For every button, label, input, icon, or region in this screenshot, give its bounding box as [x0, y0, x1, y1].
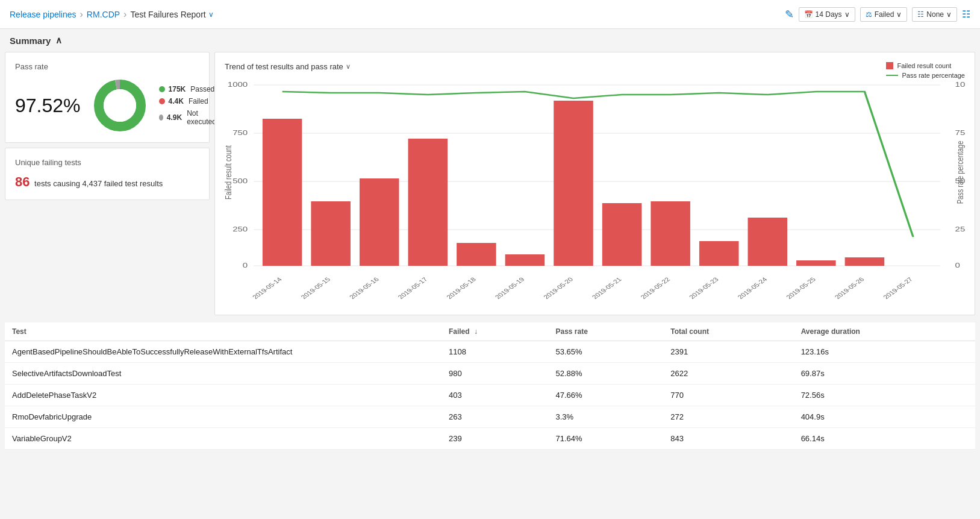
- svg-text:2019-05-17: 2019-05-17: [396, 276, 429, 300]
- bar-12: [845, 257, 885, 266]
- top-right-controls: ✎ 📅 14 Days ∨ ⚖ Failed ∨ ☷ None ∨ ☷: [785, 7, 970, 22]
- cell-total: 272: [663, 406, 793, 428]
- outcome-chevron-icon: ∨: [896, 10, 902, 19]
- failed-dot: [159, 98, 165, 104]
- summary-collapse-icon: ∧: [55, 35, 62, 46]
- table-row[interactable]: SelectiveArtifactsDownloadTest 980 52.88…: [5, 363, 975, 385]
- sort-icon: ↓: [474, 327, 478, 336]
- failed-rect: [886, 62, 893, 69]
- legend-failed: 4.4K Failed: [159, 97, 218, 105]
- data-table: Test Failed ↓ Pass rate Total count Aver…: [5, 322, 975, 450]
- bar-9: [699, 241, 739, 266]
- unique-failing-panel: Unique failing tests 86 tests causing 4,…: [5, 148, 210, 200]
- breadcrumb-chevron-icon[interactable]: ∨: [208, 10, 214, 19]
- chart-title-chevron: ∨: [346, 63, 351, 71]
- edit-icon[interactable]: ✎: [785, 8, 794, 21]
- cell-pass-rate: 52.88%: [549, 363, 664, 385]
- breadcrumb-item-2[interactable]: RM.CDP: [87, 10, 120, 19]
- svg-point-3: [104, 89, 136, 122]
- group-chevron-icon: ∨: [946, 10, 952, 19]
- bar-4: [457, 243, 496, 266]
- cell-pass-rate: 3.3%: [549, 406, 664, 428]
- bar-7: [602, 203, 642, 266]
- data-table-section: Test Failed ↓ Pass rate Total count Aver…: [0, 322, 980, 459]
- bar-10: [747, 218, 787, 266]
- summary-header[interactable]: Summary ∧: [0, 29, 980, 52]
- svg-text:2019-05-20: 2019-05-20: [541, 276, 574, 300]
- cell-test: RmoDevfabricUpgrade: [5, 406, 442, 428]
- table-row[interactable]: RmoDevfabricUpgrade 263 3.3% 272 404.9s: [5, 406, 975, 428]
- bar-0: [263, 119, 302, 266]
- legend-not-executed: 4.9K Not executed: [159, 109, 218, 126]
- unique-description: tests causing 4,437 failed test results: [34, 179, 163, 188]
- cell-total: 2391: [663, 341, 793, 363]
- cell-pass-rate: 71.64%: [549, 428, 664, 450]
- cell-avg-duration: 123.16s: [794, 341, 975, 363]
- cell-failed: 980: [442, 363, 549, 385]
- pass-rate-title: Pass rate: [15, 62, 199, 71]
- table-row[interactable]: AgentBasedPipelineShouldBeAbleToSuccessf…: [5, 341, 975, 363]
- bar-8: [651, 201, 690, 266]
- pass-rate-value: 97.52%: [15, 95, 81, 117]
- svg-text:2019-05-16: 2019-05-16: [348, 276, 380, 300]
- filter-button[interactable]: ☷: [962, 8, 970, 20]
- cell-total: 770: [663, 385, 793, 406]
- chart-area: 1000 750 500 250 0 100 75 50 25 0: [225, 76, 965, 305]
- cell-total: 843: [663, 428, 793, 450]
- cell-failed: 263: [442, 406, 549, 428]
- pass-rate-content: 97.52%: [15, 78, 199, 133]
- cell-avg-duration: 66.14s: [794, 428, 975, 450]
- not-executed-dot: [159, 115, 163, 121]
- chart-title[interactable]: Trend of test results and pass rate ∨: [225, 62, 965, 71]
- cell-test: AgentBasedPipelineShouldBeAbleToSuccessf…: [5, 341, 442, 363]
- unique-count: 86: [15, 174, 30, 189]
- outcome-filter-btn[interactable]: ⚖ Failed ∨: [860, 7, 908, 22]
- breadcrumb: Release pipelines › RM.CDP › Test Failur…: [10, 9, 214, 20]
- bar-2: [360, 178, 399, 266]
- bar-11: [796, 260, 836, 266]
- left-panels: Pass rate 97.52%: [5, 52, 210, 315]
- legend-passed: 175K Passed: [159, 85, 218, 93]
- breadcrumb-sep-2: ›: [123, 9, 126, 20]
- svg-text:2019-05-22: 2019-05-22: [639, 276, 672, 300]
- svg-text:1000: 1000: [228, 81, 248, 89]
- col-total: Total count: [663, 322, 793, 341]
- summary-title: Summary: [10, 36, 51, 46]
- col-failed: Failed ↓: [442, 322, 549, 341]
- svg-text:2019-05-26: 2019-05-26: [833, 276, 866, 300]
- cell-pass-rate: 53.65%: [549, 341, 664, 363]
- svg-text:0: 0: [243, 262, 248, 269]
- table-row[interactable]: VariableGroupV2 239 71.64% 843 66.14s: [5, 428, 975, 450]
- chart-panel: Trend of test results and pass rate ∨ Fa…: [214, 52, 975, 315]
- cell-test: VariableGroupV2: [5, 428, 442, 450]
- svg-text:0: 0: [955, 262, 960, 269]
- group-filter-btn[interactable]: ☷ None ∨: [912, 7, 957, 22]
- calendar-icon: 📅: [804, 10, 813, 19]
- svg-text:2019-05-25: 2019-05-25: [784, 276, 817, 300]
- cell-failed: 239: [442, 428, 549, 450]
- svg-text:2019-05-23: 2019-05-23: [687, 276, 720, 300]
- svg-text:500: 500: [233, 177, 248, 185]
- svg-text:Pass rate percentage: Pass rate percentage: [955, 141, 965, 204]
- legend-failed-count: Failed result count: [886, 62, 965, 69]
- svg-text:75: 75: [955, 129, 965, 137]
- svg-text:2019-05-24: 2019-05-24: [736, 276, 769, 300]
- col-avg-duration: Average duration: [794, 322, 975, 341]
- breadcrumb-item-1[interactable]: Release pipelines: [10, 10, 76, 19]
- donut-chart: [93, 78, 147, 133]
- cell-failed: 1108: [442, 341, 549, 363]
- period-chevron-icon: ∨: [844, 10, 850, 19]
- bar-1: [311, 201, 351, 266]
- cell-failed: 403: [442, 385, 549, 406]
- svg-text:750: 750: [233, 129, 248, 137]
- bar-3: [408, 139, 448, 266]
- svg-text:100: 100: [955, 81, 965, 89]
- svg-text:2019-05-19: 2019-05-19: [493, 276, 526, 300]
- table-row[interactable]: AddDeletePhaseTaskV2 403 47.66% 770 72.5…: [5, 385, 975, 406]
- summary-panels: Pass rate 97.52%: [0, 52, 980, 322]
- unique-title: Unique failing tests: [15, 158, 199, 167]
- cell-test: AddDeletePhaseTaskV2: [5, 385, 442, 406]
- col-test: Test: [5, 322, 442, 341]
- top-bar: Release pipelines › RM.CDP › Test Failur…: [0, 0, 980, 29]
- period-filter-btn[interactable]: 📅 14 Days ∨: [799, 7, 855, 22]
